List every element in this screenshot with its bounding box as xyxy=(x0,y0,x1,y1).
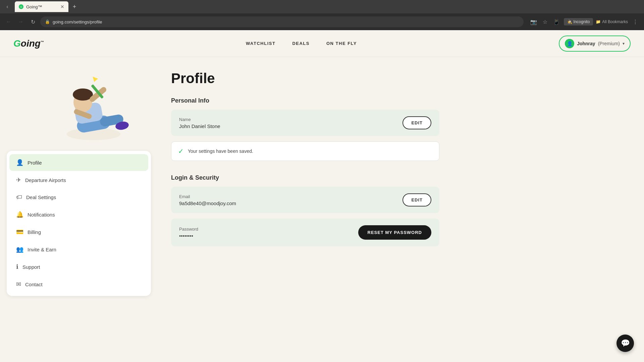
sidebar-label-deals: Deal Settings xyxy=(26,194,56,200)
login-security-title: Login & Security xyxy=(171,174,439,181)
sidebar-label-profile: Profile xyxy=(28,160,42,166)
email-value: 9a5d8e40@moodjoy.com xyxy=(179,200,236,206)
notifications-icon: 🔔 xyxy=(16,211,23,218)
chevron-down-icon: ▾ xyxy=(623,41,625,46)
sidebar-item-deal-settings[interactable]: 🏷 Deal Settings xyxy=(9,189,148,205)
deal-icon: 🏷 xyxy=(16,194,22,201)
sidebar-label-support: Support xyxy=(22,264,40,270)
logo[interactable]: Going™ xyxy=(13,38,44,49)
reset-password-button[interactable]: RESET MY PASSWORD xyxy=(358,225,431,240)
chat-button[interactable]: 💬 xyxy=(616,335,634,352)
password-card: Password •••••••• RESET MY PASSWORD xyxy=(171,219,439,246)
sidebar-item-support[interactable]: ℹ Support xyxy=(9,258,148,275)
contact-icon: ✉ xyxy=(16,281,21,288)
back-button[interactable]: ← xyxy=(4,17,13,26)
email-label: Email xyxy=(179,194,236,199)
main-content: 👤 Profile ✈ Departure Airports 🏷 Deal Se… xyxy=(0,57,644,309)
sidebar-item-departure-airports[interactable]: ✈ Departure Airports xyxy=(9,172,148,188)
name-value: John Daniel Stone xyxy=(179,123,220,129)
toolbar-icons: 📷 ☆ 📱 xyxy=(529,17,561,26)
url-text: going.com/settings/profile xyxy=(53,19,102,24)
sidebar-item-contact[interactable]: ✉ Contact xyxy=(9,276,148,293)
password-info: Password •••••••• xyxy=(179,227,198,239)
bookmark-icon[interactable]: ☆ xyxy=(540,17,550,26)
menu-button[interactable]: ⋮ xyxy=(631,17,640,26)
camera-off-icon[interactable]: 📷 xyxy=(529,17,538,26)
edit-name-button[interactable]: EDIT xyxy=(402,116,431,129)
chat-icon: 💬 xyxy=(621,339,630,348)
email-info: Email 9a5d8e40@moodjoy.com xyxy=(179,194,236,206)
incognito-button[interactable]: 🕵 Incognito xyxy=(564,18,593,25)
active-tab[interactable]: G Going™ ✕ xyxy=(15,1,68,12)
name-card: Name John Daniel Stone EDIT xyxy=(171,110,439,136)
incognito-icon: 🕵 xyxy=(567,19,572,24)
nav-watchlist[interactable]: WATCHLIST xyxy=(246,41,275,46)
check-icon: ✓ xyxy=(178,147,184,155)
lock-icon: 🔒 xyxy=(45,19,50,24)
person-illustration xyxy=(57,67,130,151)
tab-list-button[interactable]: ‹ xyxy=(3,2,12,11)
svg-marker-8 xyxy=(91,75,98,82)
bookmarks-area: 📁 All Bookmarks xyxy=(596,19,628,24)
profile-icon: 👤 xyxy=(16,159,23,166)
sidebar-label-contact: Contact xyxy=(25,282,43,287)
sidebar-menu: 👤 Profile ✈ Departure Airports 🏷 Deal Se… xyxy=(7,151,151,296)
sidebar-item-profile[interactable]: 👤 Profile xyxy=(9,154,148,171)
nav-on-the-fly[interactable]: ON THE FLY xyxy=(326,41,357,46)
sidebar: 👤 Profile ✈ Departure Airports 🏷 Deal Se… xyxy=(0,57,158,309)
page: Going™ WATCHLIST DEALS ON THE FLY 👤 John… xyxy=(0,30,644,362)
new-tab-button[interactable]: + xyxy=(70,2,79,11)
tab-favicon: G xyxy=(19,4,23,9)
departure-icon: ✈ xyxy=(16,176,21,184)
address-bar-area: ← → ↻ 🔒 going.com/settings/profile 📷 ☆ 📱… xyxy=(0,13,644,30)
password-label: Password xyxy=(179,227,198,232)
profile-content: Profile Personal Info Name John Daniel S… xyxy=(158,57,460,309)
page-title: Profile xyxy=(171,70,439,86)
bookmarks-icon: 📁 xyxy=(596,19,601,24)
url-bar[interactable]: 🔒 going.com/settings/profile xyxy=(40,16,524,27)
sidebar-item-billing[interactable]: 💳 Billing xyxy=(9,224,148,240)
edit-email-button[interactable]: EDIT xyxy=(402,193,431,206)
site-header: Going™ WATCHLIST DEALS ON THE FLY 👤 John… xyxy=(0,30,644,57)
user-name: Johnray xyxy=(577,41,595,46)
nav-deals[interactable]: DEALS xyxy=(292,41,310,46)
billing-icon: 💳 xyxy=(16,228,23,236)
user-plan: (Premium) xyxy=(598,41,620,46)
tab-bar: ‹ G Going™ ✕ + xyxy=(0,0,644,13)
email-card: Email 9a5d8e40@moodjoy.com EDIT xyxy=(171,187,439,213)
devices-icon[interactable]: 📱 xyxy=(552,17,561,26)
tab-title: Going™ xyxy=(26,4,58,9)
reload-button[interactable]: ↻ xyxy=(28,17,38,26)
sidebar-item-invite-earn[interactable]: 👥 Invite & Earn xyxy=(9,241,148,258)
user-avatar: 👤 xyxy=(565,39,574,48)
login-security-section: Login & Security Email 9a5d8e40@moodjoy.… xyxy=(171,174,439,246)
saved-banner: ✓ Your settings have been saved. xyxy=(171,141,439,161)
user-menu[interactable]: 👤 Johnray (Premium) ▾ xyxy=(559,36,631,52)
personal-info-title: Personal Info xyxy=(171,97,439,104)
browser-chrome: ‹ G Going™ ✕ + ← → ↻ 🔒 going.com/setting… xyxy=(0,0,644,30)
sidebar-item-notifications[interactable]: 🔔 Notifications xyxy=(9,206,148,223)
name-label: Name xyxy=(179,117,220,122)
password-value: •••••••• xyxy=(179,233,198,239)
logo-text: Going™ xyxy=(13,38,44,49)
support-icon: ℹ xyxy=(16,263,18,270)
sidebar-illustration xyxy=(0,57,158,151)
saved-message: Your settings have been saved. xyxy=(188,148,253,154)
name-info: Name John Daniel Stone xyxy=(179,117,220,129)
sidebar-label-billing: Billing xyxy=(28,229,41,235)
tab-close-button[interactable]: ✕ xyxy=(60,4,64,9)
sidebar-label-invite: Invite & Earn xyxy=(28,247,56,252)
invite-icon: 👥 xyxy=(16,246,23,253)
forward-button[interactable]: → xyxy=(16,17,25,26)
sidebar-label-departure: Departure Airports xyxy=(25,177,66,183)
sidebar-label-notifications: Notifications xyxy=(28,212,55,218)
main-nav: WATCHLIST DEALS ON THE FLY xyxy=(246,41,357,46)
